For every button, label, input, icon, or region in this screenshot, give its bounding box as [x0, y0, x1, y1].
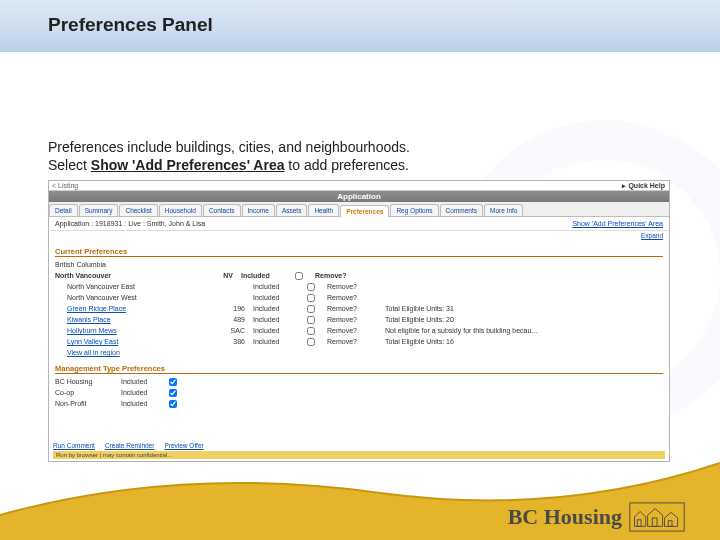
- pref-remove-checkbox[interactable]: [307, 338, 315, 346]
- pref-note: Total Eligible Units: 16: [385, 338, 565, 345]
- tab-summary[interactable]: Summary: [79, 204, 119, 216]
- app-title-bar: Application: [49, 191, 669, 202]
- pref-status: Included: [253, 294, 299, 301]
- mgmt-name: Non-Profit: [55, 400, 115, 407]
- pref-row: North Vancouver EastIncludedRemove?: [55, 281, 663, 292]
- pref-code: 386: [205, 338, 245, 345]
- pref-row: Lynn Valley East386IncludedRemove?Total …: [55, 336, 663, 347]
- quick-help-link[interactable]: ▸ Quick Help: [622, 182, 665, 190]
- pref-code: 489: [205, 316, 245, 323]
- tab-checklist[interactable]: Checklist: [119, 204, 157, 216]
- pref-note: Total Eligible Units: 20: [385, 316, 565, 323]
- pref-remove-checkbox[interactable]: [307, 283, 315, 291]
- pref-remove-checkbox[interactable]: [307, 294, 315, 302]
- intro-suffix: to add preferences.: [284, 157, 409, 173]
- mgmt-val: Included: [121, 378, 163, 385]
- pref-row: Kiwanis Place489IncludedRemove?Total Eli…: [55, 314, 663, 325]
- bc-label: British Columbia: [55, 261, 185, 268]
- bc-housing-logo: BC Housing: [508, 502, 686, 532]
- pref-name[interactable]: Kiwanis Place: [55, 316, 197, 323]
- pref-status: Included: [253, 283, 299, 290]
- svg-rect-1: [637, 520, 641, 527]
- pref-name[interactable]: Hollyburn Mews: [55, 327, 197, 334]
- mgmt-val: Included: [121, 400, 163, 407]
- mgmt-type-heading: Management Type Preferences: [55, 364, 663, 374]
- svg-rect-2: [652, 518, 657, 526]
- svg-rect-3: [668, 521, 672, 527]
- pref-row: Green Ridge Place196IncludedRemove?Total…: [55, 303, 663, 314]
- current-preferences-section: British Columbia North Vancouver NV Incl…: [55, 259, 663, 358]
- mgmt-checkbox[interactable]: [169, 400, 177, 408]
- tab-preferences[interactable]: Preferences: [340, 205, 389, 217]
- expand-link[interactable]: Expand: [641, 232, 663, 239]
- pref-name[interactable]: Lynn Valley East: [55, 338, 197, 345]
- slide-title: Preferences Panel: [48, 14, 213, 36]
- mgmt-name: Co-op: [55, 389, 115, 396]
- tab-reg-options[interactable]: Reg Options: [390, 204, 438, 216]
- pref-row: North Vancouver WestIncludedRemove?: [55, 292, 663, 303]
- pref-name[interactable]: View all in region: [55, 349, 197, 356]
- pref-remove-label: Remove?: [327, 338, 377, 345]
- pref-name: North Vancouver West: [55, 294, 197, 301]
- mgmt-name: BC Housing: [55, 378, 115, 385]
- pref-name[interactable]: Green Ridge Place: [55, 305, 197, 312]
- show-add-preferences-link[interactable]: Show 'Add Preferences' Area: [572, 220, 663, 227]
- city-status: Included: [241, 272, 287, 279]
- tab-assets[interactable]: Assets: [276, 204, 308, 216]
- tab-income[interactable]: Income: [242, 204, 275, 216]
- pref-code: SAC: [205, 327, 245, 334]
- mgmt-checkbox[interactable]: [169, 378, 177, 386]
- pref-status: Included: [253, 316, 299, 323]
- pref-remove-label: Remove?: [327, 305, 377, 312]
- pref-remove-label: Remove?: [327, 316, 377, 323]
- pref-status: Included: [253, 338, 299, 345]
- pref-row: Hollyburn MewsSACIncludedRemove?Not elig…: [55, 325, 663, 336]
- current-preferences-heading: Current Preferences: [55, 247, 663, 257]
- bc-row: British Columbia: [55, 259, 663, 270]
- logo-text: BC Housing: [508, 504, 622, 530]
- pref-remove-checkbox[interactable]: [307, 316, 315, 324]
- intro-bold: Show 'Add Preferences' Area: [91, 157, 285, 173]
- city-remove-checkbox[interactable]: [295, 272, 303, 280]
- pref-row: View all in region: [55, 347, 663, 358]
- pref-remove-label: Remove?: [327, 283, 377, 290]
- tab-detail[interactable]: Detail: [49, 204, 78, 216]
- pref-remove-checkbox[interactable]: [307, 327, 315, 335]
- houses-icon: [628, 502, 686, 532]
- city-name: North Vancouver: [55, 272, 185, 279]
- pref-remove-label: Remove?: [327, 294, 377, 301]
- pref-name: North Vancouver East: [55, 283, 197, 290]
- remove-label: Remove?: [315, 272, 365, 279]
- pref-status: Included: [253, 327, 299, 334]
- pref-note: Not eligible for a subsidy for this buil…: [385, 327, 565, 334]
- tab-health[interactable]: Health: [308, 204, 339, 216]
- intro-prefix: Select: [48, 157, 91, 173]
- tab-household[interactable]: Household: [159, 204, 202, 216]
- pref-remove-label: Remove?: [327, 327, 377, 334]
- back-link[interactable]: < Listing: [49, 181, 669, 191]
- intro-line-1: Preferences include buildings, cities, a…: [48, 138, 410, 156]
- quick-help-label: Quick Help: [628, 182, 665, 189]
- tab-strip: DetailSummaryChecklistHouseholdContactsI…: [49, 202, 669, 217]
- tab-comments[interactable]: Comments: [440, 204, 483, 216]
- pref-code: 196: [205, 305, 245, 312]
- tab-more-info[interactable]: More Info: [484, 204, 523, 216]
- pref-note: Total Eligible Units: 31: [385, 305, 565, 312]
- mgmt-checkbox[interactable]: [169, 389, 177, 397]
- city-row: North Vancouver NV Included Remove?: [55, 270, 663, 281]
- application-screenshot: < Listing ▸ Quick Help Application Detai…: [48, 180, 670, 462]
- mgmt-row: BC HousingIncluded: [55, 376, 663, 387]
- sub-bar: Application : 1918931 : Live : Smith, Jo…: [49, 217, 669, 231]
- mgmt-val: Included: [121, 389, 163, 396]
- intro-line-2: Select Show 'Add Preferences' Area to ad…: [48, 156, 410, 174]
- pref-remove-checkbox[interactable]: [307, 305, 315, 313]
- mgmt-row: Co-opIncluded: [55, 387, 663, 398]
- tab-contacts[interactable]: Contacts: [203, 204, 241, 216]
- mgmt-row: Non-ProfitIncluded: [55, 398, 663, 409]
- city-code: NV: [193, 272, 233, 279]
- pref-status: Included: [253, 305, 299, 312]
- breadcrumb: Application : 1918931 : Live : Smith, Jo…: [55, 220, 205, 227]
- slide-intro-text: Preferences include buildings, cities, a…: [48, 138, 410, 174]
